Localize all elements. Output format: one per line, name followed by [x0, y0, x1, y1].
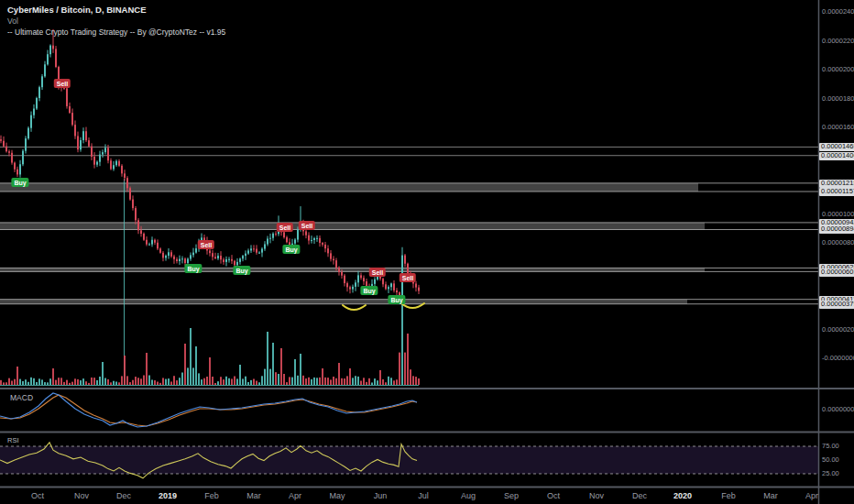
price-tick-label: 0.00000800 [822, 239, 854, 247]
price-level-label: 0.00000379 [819, 301, 854, 309]
time-axis-label: Jul [410, 491, 437, 500]
price-axis[interactable]: 0.000024000.000022000.000020000.00001800… [818, 0, 854, 504]
time-axis-label: Nov [583, 491, 610, 500]
volume-bars [0, 277, 420, 386]
volume-indicator-label[interactable]: Vol [7, 16, 225, 27]
price-tick-label: 0.00001000 [822, 211, 854, 218]
price-tick-label: 0.00000200 [822, 326, 854, 334]
macd-plot [0, 393, 417, 427]
time-axis-label: Apr [798, 491, 826, 500]
strategy-indicator-label[interactable]: -- Ultimate Crypto Trading Strategy -- B… [7, 27, 225, 38]
time-axis-label: Oct [24, 491, 51, 500]
time-axis-label: Dec [626, 491, 653, 500]
rsi-plot [0, 443, 818, 478]
price-tick-label: 0.00002400 [822, 8, 854, 16]
chart-canvas[interactable] [0, 0, 854, 504]
time-axis-label: 2020 [669, 491, 696, 500]
time-axis-label: Mar [240, 491, 268, 500]
price-level-label: 0.00000894 [819, 225, 854, 234]
time-axis-label: Apr [281, 491, 309, 500]
symbol-title[interactable]: CyberMiles / Bitcoin, D, BINANCE [7, 5, 225, 16]
price-tick-label: 0.00001800 [822, 95, 854, 103]
time-axis-label: 2019 [154, 491, 181, 500]
price-level-label: 0.00001157 [819, 188, 854, 196]
price-level-label: 0.00001465 [819, 143, 854, 151]
price-tick-label: 75.00 [822, 443, 839, 450]
price-tick-label: 0.00000000 [822, 406, 854, 413]
price-tick-label: 0.00001600 [822, 124, 854, 131]
price-tick-label: 25.00 [822, 470, 839, 477]
time-axis[interactable]: OctNovDec2019FebMarAprMayJunJulAugSepOct… [0, 488, 854, 504]
time-axis-label: Aug [454, 491, 482, 500]
price-level-label: 0.00001406 [819, 152, 854, 160]
price-tick-label: 0.00002000 [822, 66, 854, 73]
time-axis-label: May [323, 491, 351, 500]
time-axis-label: Jun [367, 491, 394, 500]
time-axis-label: Dec [110, 491, 137, 500]
macd-indicator-label[interactable]: MACD [10, 393, 33, 402]
chart-legend: CyberMiles / Bitcoin, D, BINANCE Vol -- … [7, 5, 225, 37]
time-axis-label: Sep [498, 491, 525, 500]
price-level-label: 0.00000603 [819, 268, 854, 277]
pane-separators [0, 0, 854, 504]
time-axis-label: Nov [68, 491, 95, 500]
chart-window: BuySellBuySellBuySellBuySellBuySellBuySe… [0, 0, 854, 504]
price-tick-label: 50.00 [822, 456, 839, 464]
time-axis-label: Oct [540, 491, 567, 500]
time-axis-label: Feb [715, 491, 742, 500]
time-axis-label: Feb [198, 491, 225, 500]
price-tick-label: -0.00000000 [822, 355, 854, 362]
price-tick-label: 0.00002200 [822, 38, 854, 45]
candlesticks [0, 29, 420, 300]
rsi-indicator-label[interactable]: RSI [7, 436, 19, 444]
time-axis-label: Mar [757, 491, 784, 500]
